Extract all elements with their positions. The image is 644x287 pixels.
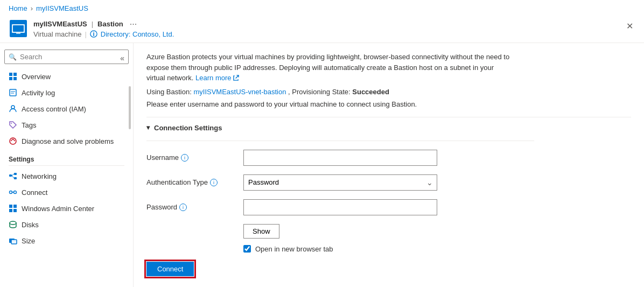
sidebar-item-windows-admin-label: Windows Admin Center [22, 205, 94, 213]
svg-point-23 [10, 191, 12, 194]
sidebar-item-overview-label: Overview [22, 73, 51, 81]
breadcrumb-vm[interactable]: myIISVMEastUS [36, 4, 88, 12]
svg-rect-2 [13, 25, 24, 32]
vm-icon [9, 19, 28, 38]
svg-rect-6 [9, 73, 12, 76]
bastion-link[interactable]: myIISVMEastUS-vnet-bastion [193, 88, 286, 96]
bastion-status: Using Bastion: myIISVMEastUS-vnet-bastio… [146, 88, 631, 96]
username-row: Username i [146, 150, 631, 166]
sidebar-item-overview[interactable]: Overview [0, 68, 133, 85]
sidebar-item-size-label: Size [22, 237, 35, 245]
sidebar-item-size[interactable]: Size [0, 233, 133, 249]
sidebar-item-disks-label: Disks [22, 221, 39, 229]
sidebar-item-windows-admin[interactable]: Windows Admin Center [0, 200, 133, 216]
svg-line-22 [12, 176, 14, 178]
connect-button-wrapper: Connect [146, 262, 631, 276]
svg-rect-18 [9, 174, 12, 177]
svg-line-21 [12, 174, 14, 176]
sidebar-item-networking-label: Networking [22, 172, 57, 180]
networking-icon [9, 172, 17, 180]
auth-type-info-icon: i [210, 179, 218, 186]
svg-rect-8 [9, 77, 12, 80]
svg-rect-20 [14, 177, 17, 179]
password-row: Password i [146, 199, 631, 215]
username-input-wrapper [243, 150, 437, 166]
svg-rect-19 [14, 173, 17, 175]
password-info-icon: i [179, 204, 187, 211]
provisioning-state: Succeeded [352, 88, 389, 96]
page-header: myIISVMEastUS | Bastion ··· Virtual mach… [0, 17, 644, 43]
sidebar-item-access-control[interactable]: Access control (IAM) [0, 101, 133, 117]
overview-icon [9, 72, 17, 81]
sidebar-item-tags[interactable]: Tags [0, 117, 133, 133]
content-area: Azure Bastion protects your virtual mach… [134, 43, 644, 287]
svg-point-13 [11, 106, 15, 109]
show-password-button[interactable]: Show [243, 224, 279, 239]
password-input[interactable] [243, 199, 437, 215]
svg-point-14 [11, 123, 12, 124]
search-icon: 🔍 [9, 53, 17, 61]
diagnose-icon [9, 137, 17, 145]
collapse-sidebar-button[interactable]: « [120, 54, 124, 62]
auth-type-row: Authentication Type i Password SSH Priva… [146, 174, 631, 191]
svg-point-24 [14, 191, 17, 194]
close-button[interactable]: ✕ [624, 19, 635, 33]
breadcrumb-home[interactable]: Home [9, 4, 27, 12]
description-text: Azure Bastion protects your virtual mach… [146, 52, 513, 83]
sidebar-item-activity-log[interactable]: Activity log [0, 85, 133, 101]
search-input[interactable] [4, 50, 129, 64]
header-subtitle: Virtual machine | i Directory: Contoso, … [33, 30, 174, 38]
username-input[interactable] [243, 150, 437, 166]
password-input-wrapper [243, 199, 437, 215]
divider [146, 117, 631, 117]
connection-settings-header: ▾ Connection Settings [146, 124, 631, 132]
windows-admin-icon [9, 204, 17, 213]
sidebar-item-diagnose[interactable]: Diagnose and solve problems [0, 133, 133, 149]
svg-text:i: i [93, 31, 94, 37]
sidebar-search-container: 🔍 « [4, 50, 129, 64]
auth-type-select[interactable]: Password SSH Private Key Azure AD [243, 174, 437, 191]
auth-type-select-wrapper: Password SSH Private Key Azure AD [243, 174, 437, 191]
breadcrumb: Home › myIISVMEastUS [0, 0, 644, 17]
username-info-icon: i [181, 154, 188, 162]
sidebar-item-connect[interactable]: Connect [0, 184, 133, 200]
size-icon [9, 236, 17, 245]
sidebar-item-connect-label: Connect [22, 188, 47, 197]
main-layout: 🔍 « Overview Activity log Access control… [0, 43, 644, 287]
svg-rect-3 [16, 33, 20, 34]
settings-section-label: Settings [0, 149, 133, 165]
svg-rect-26 [9, 205, 12, 208]
activity-log-icon [9, 88, 17, 97]
connect-button[interactable]: Connect [146, 262, 194, 276]
open-new-tab-checkbox[interactable] [243, 245, 251, 253]
sidebar-item-networking[interactable]: Networking [0, 168, 133, 184]
sidebar: 🔍 « Overview Activity log Access control… [0, 43, 134, 287]
learn-more-link[interactable]: Learn more [195, 73, 239, 83]
svg-rect-28 [9, 209, 12, 212]
show-button-row: Show [146, 224, 631, 245]
svg-line-17 [13, 139, 15, 141]
svg-rect-10 [10, 89, 16, 96]
chevron-down-icon: ▾ [146, 124, 150, 131]
breadcrumb-separator: › [31, 4, 33, 12]
disks-icon [9, 220, 17, 229]
access-control-icon [9, 104, 17, 113]
connection-prompt: Please enter username and password to yo… [146, 100, 631, 108]
tags-icon [9, 121, 17, 129]
open-new-tab-row: Open in new browser tab [243, 245, 631, 253]
password-label: Password i [146, 203, 243, 211]
svg-rect-9 [13, 77, 17, 80]
header-left: myIISVMEastUS | Bastion ··· Virtual mach… [9, 19, 174, 38]
more-options-button[interactable]: ··· [128, 19, 139, 29]
sidebar-item-disks[interactable]: Disks [0, 216, 133, 233]
svg-point-30 [10, 221, 16, 225]
page-title: myIISVMEastUS | Bastion ··· [33, 19, 174, 29]
sidebar-item-tags-label: Tags [22, 121, 36, 129]
sidebar-scrollbar [129, 75, 131, 287]
sidebar-item-activity-label: Activity log [22, 89, 55, 97]
auth-type-label: Authentication Type i [146, 178, 243, 186]
username-label: Username i [146, 153, 243, 162]
svg-rect-32 [11, 240, 17, 244]
svg-rect-7 [13, 73, 17, 76]
directory-link[interactable]: Directory: Contoso, Ltd. [101, 30, 174, 38]
